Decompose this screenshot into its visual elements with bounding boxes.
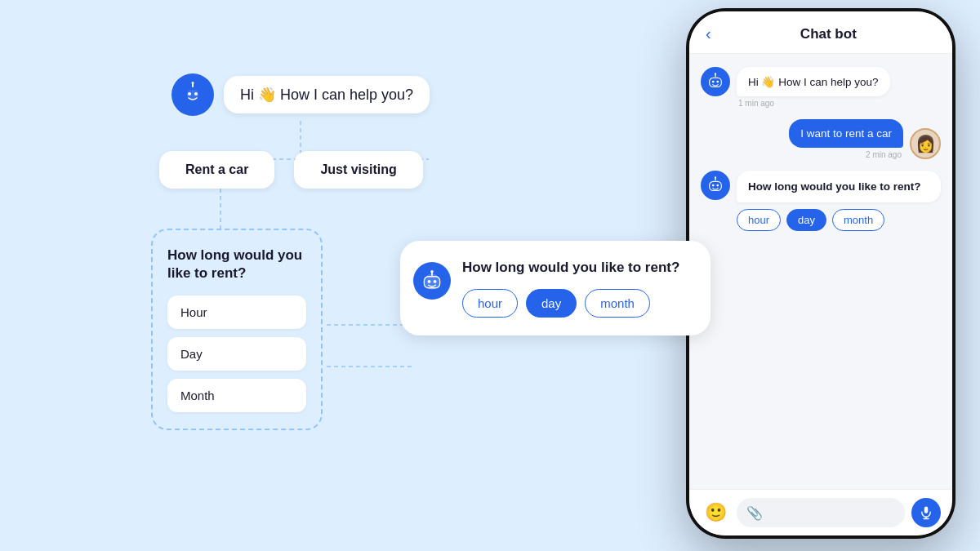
card-bot-avatar [413,262,451,300]
card-question-text: How long would you like to rent? [462,259,693,278]
flow-month-label: Month [180,389,215,402]
user-avatar: 👩 [910,128,941,159]
paperclip-icon[interactable]: 📎 [746,505,763,521]
flow-day-label: Day [180,347,203,361]
svg-point-23 [716,184,719,187]
greeting-bubble: Hi 👋 How I can help you? [224,76,430,113]
svg-point-20 [715,73,716,74]
chatbot-card: How long would you like to rent? hour da… [400,241,710,335]
user-bubble-text: I want to rent a car [789,119,903,148]
card-options: hour day month [462,289,693,318]
just-visiting-label: Just visiting [320,162,396,176]
phone-bottom-bar: 🙂 📎 [689,489,952,535]
svg-point-17 [712,81,715,83]
pills-row: hour day month [737,209,941,231]
card-option-hour[interactable]: hour [462,289,518,318]
pill-day[interactable]: day [786,209,826,231]
chat-area: Hi 👋 How I can help you? 1 min ago I wan… [689,54,952,489]
flow-option-hour[interactable]: Hour [167,295,306,329]
flow-box: How long would you like to rent? Hour Da… [151,229,323,430]
flow-hour-label: Hour [180,305,207,319]
svg-point-15 [430,270,434,273]
svg-point-22 [712,184,715,187]
phone-header: ‹ Chat bot [689,11,952,54]
bot-msg-time-1: 1 min ago [737,99,890,108]
svg-point-18 [716,81,719,83]
svg-point-13 [434,280,437,283]
pill-month[interactable]: month [832,209,884,231]
svg-rect-27 [924,507,929,513]
phone-title: Chat bot [721,26,936,42]
text-input-area[interactable]: 📎 [737,498,905,527]
bot-question-block: How long would you like to rent? hour da… [701,171,941,231]
greeting-text: Hi 👋 How I can help you? [240,87,413,103]
bot-avatar-greeting [172,73,214,116]
phone-screen: ‹ Chat bot Hi 👋 Ho [689,11,952,535]
bot-greeting: Hi 👋 How I can help you? [172,73,430,116]
rent-car-label: Rent a car [185,162,248,176]
card-option-day[interactable]: day [526,289,577,318]
user-message-1: I want to rent a car 2 min ago 👩 [701,119,941,159]
user-msg-time: 2 min ago [866,150,903,159]
flow-option-month[interactable]: Month [167,379,306,412]
user-emoji: 👩 [915,134,936,153]
bot-avatar-question [701,171,730,200]
svg-point-12 [428,280,431,283]
bot-bubble-wrap-1: Hi 👋 How I can help you? 1 min ago [737,67,890,108]
rent-a-car-option[interactable]: Rent a car [159,151,274,189]
just-visiting-option[interactable]: Just visiting [294,151,422,189]
mic-button[interactable] [911,498,941,527]
back-icon: ‹ [706,24,711,42]
question-bubble-text: How long would you like to rent? [737,171,941,202]
pill-hour[interactable]: hour [737,209,781,231]
bot-message-text-1: Hi 👋 How I can help you? [737,67,890,96]
svg-point-25 [715,176,716,178]
question-content: How long would you like to rent? hour da… [737,171,941,231]
back-button[interactable]: ‹ [706,24,711,43]
emoji-button[interactable]: 🙂 [701,498,730,527]
bot-avatar-chat [701,67,730,96]
svg-rect-10 [187,90,198,100]
card-option-month[interactable]: month [585,289,650,318]
flow-box-title: How long would you like to rent? [167,247,306,282]
phone-mockup: ‹ Chat bot Hi 👋 Ho [686,8,956,539]
svg-point-9 [192,82,194,84]
options-row: Rent a car Just visiting [159,151,423,189]
bot-message-1: Hi 👋 How I can help you? 1 min ago [701,67,941,108]
flow-option-day[interactable]: Day [167,337,306,371]
card-content: How long would you like to rent? hour da… [462,259,693,318]
